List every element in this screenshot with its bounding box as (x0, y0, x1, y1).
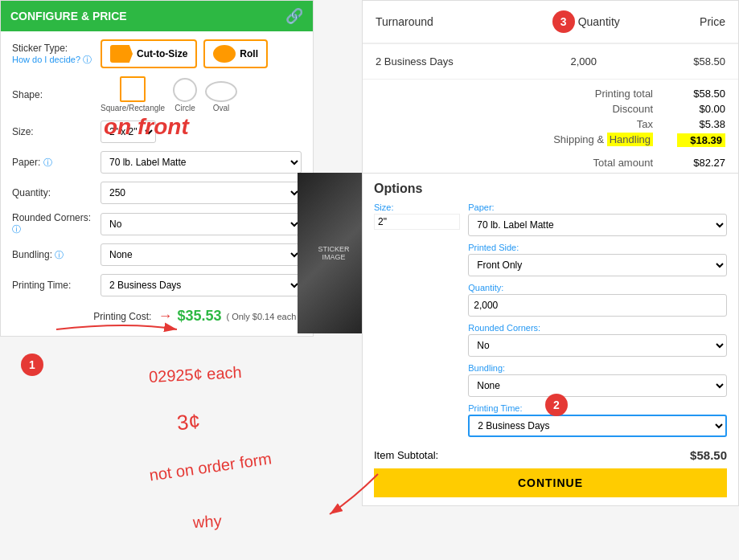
handwritten-why: why (192, 512, 222, 532)
bundling-row: Bundling: ⓘ None (12, 243, 302, 266)
cut-to-size-icon (110, 45, 133, 63)
annotation-2: 2 (545, 394, 568, 416)
handwritten-order: not on order form (148, 449, 273, 484)
printing-time-select[interactable]: 2 Business Days (101, 274, 302, 296)
paper-row: Paper: ⓘ 70 lb. Label Matte (12, 151, 302, 174)
configure-panel: CONFIGURE & PRICE 🔗 Sticker Type: How do… (0, 0, 314, 337)
discount-label: Discount (540, 103, 653, 115)
printing-total-label: Printing total (540, 88, 653, 100)
shape-row: Shape: Square/Rectangle Circle Oval (12, 76, 302, 112)
link-icon[interactable]: 🔗 (285, 7, 303, 25)
subtotal-row: Item Subtotal: $58.50 (374, 448, 727, 462)
shape-options: Square/Rectangle Circle Oval (101, 76, 237, 112)
bundling-label: Bundling: ⓘ (12, 249, 101, 261)
handwritten-3c: 3¢ (176, 409, 202, 435)
rounded-info-icon: ⓘ (12, 224, 21, 234)
printed-side-row: Printed Side: Front Only (468, 243, 727, 276)
size-row: Size: 2" x 2" on front (12, 121, 302, 143)
options-left-col: Size: 2" (374, 202, 460, 444)
tax-label: Tax (540, 118, 653, 130)
paper-label: Paper: ⓘ (12, 157, 101, 169)
bundling-info-icon: ⓘ (55, 250, 64, 260)
turnaround-value: 2 Business Days (363, 43, 512, 79)
printing-total-value: $58.50 (677, 88, 725, 100)
printing-cost-label: Printing Cost: (93, 311, 151, 322)
shape-label: Shape: (12, 89, 101, 100)
square-shape (120, 76, 146, 102)
quantity-select[interactable]: 250 (101, 182, 302, 204)
pricing-table: Turnaround 3 Quantity Price 2 Business D… (363, 1, 738, 79)
options-printing-time-select[interactable]: 2 Business Days (468, 415, 727, 437)
options-printing-time-row: Printing Time: 2 Business Days (468, 403, 727, 437)
options-quantity-input[interactable] (468, 294, 727, 317)
shape-circle[interactable]: Circle (173, 78, 197, 112)
options-right-col: Paper: 70 lb. Label Matte Printed Side: … (468, 202, 727, 444)
rounded-corners-row: Rounded Corners: ⓘ No (12, 212, 302, 235)
options-bundling-select[interactable]: None (468, 374, 727, 397)
quantity-value: 2,000 (512, 43, 655, 79)
printed-side-label: Printed Side: (468, 243, 727, 252)
options-title: Options (374, 182, 727, 196)
shipping-row: Shipping & Handling $18.39 (376, 132, 725, 149)
continue-button[interactable]: CONTINUE (374, 468, 727, 497)
tax-value: $5.38 (677, 118, 725, 130)
printing-time-row: Printing Time: 2 Business Days (12, 274, 302, 296)
configure-title: CONFIGURE & PRICE (10, 10, 127, 22)
sticker-type-row: Sticker Type: How do I decide? ⓘ Cut-to-… (12, 39, 302, 68)
price-value: $58.50 (655, 43, 738, 79)
square-label: Square/Rectangle (101, 104, 165, 112)
handwritten-price: 02925¢ each (148, 363, 242, 386)
subtotal-label: Item Subtotal: (374, 449, 438, 461)
circle-shape (173, 78, 197, 102)
table-row: 2 Business Days 2,000 $58.50 (363, 43, 738, 79)
printing-total-row: Printing total $58.50 (376, 86, 725, 101)
shipping-value: $18.39 (677, 133, 725, 147)
rounded-corners-select[interactable]: No (101, 213, 302, 235)
options-rounded-select[interactable]: No (468, 334, 727, 357)
paper-select[interactable]: 70 lb. Label Matte (101, 151, 302, 174)
size-select[interactable]: 2" x 2" (101, 121, 156, 143)
options-quantity-row: Quantity: (468, 283, 727, 317)
info-icon: ⓘ (83, 55, 92, 64)
size-preview-label: Size: (374, 202, 460, 212)
roll-btn[interactable]: Roll (203, 39, 268, 68)
roll-icon (213, 45, 236, 63)
options-printing-time-label: Printing Time: (468, 403, 727, 413)
oval-shape (205, 81, 237, 102)
oval-label: Oval (213, 104, 230, 112)
options-paper-row: Paper: 70 lb. Label Matte (468, 202, 727, 236)
options-quantity-label: Quantity: (468, 283, 727, 292)
cost-per: ( Only $0.14 each ) (226, 312, 302, 321)
sticker-image: STICKERIMAGE (298, 173, 370, 333)
discount-row: Discount $0.00 (376, 101, 725, 116)
printed-side-select[interactable]: Front Only (468, 254, 727, 276)
total-amount-label: Total amount (540, 157, 653, 169)
rounded-corners-label: Rounded Corners: ⓘ (12, 212, 101, 235)
bundling-select[interactable]: None (101, 243, 302, 266)
sticker-img-text: STICKERIMAGE (314, 242, 352, 264)
total-amount-row: Total amount $82.27 (376, 155, 725, 170)
shape-oval[interactable]: Oval (205, 81, 237, 112)
options-rounded-label: Rounded Corners: (468, 323, 727, 333)
options-bundling-row: Bundling: None (468, 363, 727, 397)
table-header-row: Turnaround 3 Quantity Price (363, 1, 738, 43)
quantity-row: Quantity: 250 (12, 182, 302, 204)
tax-row: Tax $5.38 (376, 116, 725, 132)
options-paper-select[interactable]: 70 lb. Label Matte (468, 214, 727, 236)
configure-header: CONFIGURE & PRICE 🔗 (1, 1, 313, 31)
circle-label: Circle (174, 104, 195, 112)
subtotal-value: $58.50 (690, 448, 727, 462)
printing-cost-value: $35.53 (177, 308, 221, 325)
paper-info-icon: ⓘ (43, 157, 52, 167)
shipping-label: Shipping & Handling (540, 133, 653, 147)
cut-to-size-btn[interactable]: Cut-to-Size (101, 39, 197, 68)
size-label: Size: (12, 126, 101, 137)
how-decide-link[interactable]: How do I decide? (12, 55, 80, 64)
col-turnaround: Turnaround (363, 1, 512, 43)
form-body: Sticker Type: How do I decide? ⓘ Cut-to-… (1, 31, 313, 336)
sticker-type-options: Cut-to-Size Roll (101, 39, 268, 68)
options-paper-label: Paper: (468, 202, 727, 212)
shape-square[interactable]: Square/Rectangle (101, 76, 165, 112)
discount-value: $0.00 (677, 103, 725, 115)
annotation-1: 1 (21, 354, 43, 376)
